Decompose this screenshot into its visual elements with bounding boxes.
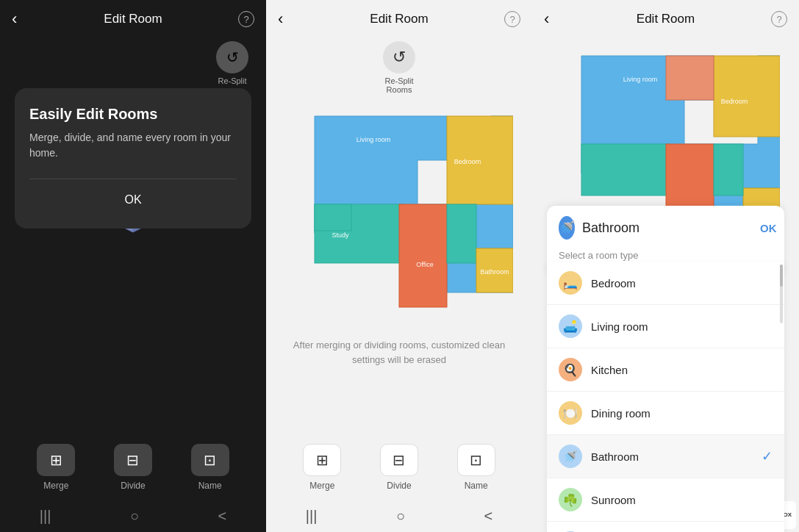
divide-icon-light: ⊟ (380, 444, 418, 476)
nav-bar-dark: ||| ○ < (0, 508, 266, 525)
bathroom-check: ✓ (762, 448, 773, 464)
back-button-dropdown[interactable]: ‹ (544, 10, 549, 29)
name-label: Name (198, 481, 222, 491)
panel-dropdown: ‹ Edit Room ? Living room Bedroom 🚿 (532, 0, 799, 532)
nav-home-dark[interactable]: ○ (130, 508, 139, 525)
bedroom-label: Bedroom (591, 277, 773, 290)
scroll-bar[interactable] (780, 265, 783, 323)
svg-rect-17 (447, 204, 476, 263)
name-tool[interactable]: ⊡ Name (191, 444, 229, 491)
nav-home-light[interactable]: ○ (396, 508, 405, 525)
bottom-toolbar-light: ⊞ Merge ⊟ Divide ⊡ Name (266, 444, 532, 491)
svg-rect-27 (714, 56, 780, 137)
resplit-icon-light: ↺ (383, 41, 415, 73)
edit-rooms-modal: Easily Edit Rooms Merge, divide, and nam… (15, 88, 251, 229)
help-button-dark[interactable]: ? (238, 11, 254, 27)
back-button-light[interactable]: ‹ (278, 10, 283, 29)
name-icon-light: ⊡ (457, 444, 495, 476)
panel-light: ‹ Edit Room ? ↺ Re-SplitRooms Living roo… (266, 0, 532, 532)
divide-label: Divide (121, 481, 145, 491)
room-type-item-bedroom[interactable]: 🛏️ Bedroom (547, 262, 784, 305)
svg-rect-29 (714, 144, 743, 195)
modal-description: Merge, divide, and name every room in yo… (29, 130, 237, 161)
bathroom-icon: 🚿 (559, 445, 582, 468)
kitchen-label: Kitchen (591, 364, 773, 376)
merge-label-light: Merge (309, 481, 334, 491)
divide-label-light: Divide (387, 481, 411, 491)
room-name-input[interactable] (582, 220, 753, 236)
svg-rect-15 (399, 204, 447, 307)
merge-icon-light: ⊞ (303, 444, 341, 476)
svg-rect-14 (315, 204, 351, 231)
living-label: Living room (591, 320, 773, 333)
svg-text:Bedroom: Bedroom (720, 98, 748, 105)
info-text: After merging or dividing rooms, customi… (266, 338, 532, 367)
sunroom-icon: ☘️ (559, 488, 582, 511)
merge-label: Merge (43, 481, 68, 491)
panel-dark: ‹ Edit Room ? ↺ Re-Split (0, 0, 266, 532)
bottom-toolbar-dark: ⊞ Merge ⊟ Divide ⊡ Name (0, 444, 266, 491)
sunroom-label: Sunroom (591, 494, 773, 506)
living-icon: 🛋️ (559, 314, 582, 338)
nav-back-dark[interactable]: < (218, 508, 227, 525)
room-type-label: Select a room type (559, 250, 773, 261)
resplit-label-light: Re-SplitRooms (384, 76, 413, 94)
header-title-light: Edit Room (370, 12, 428, 26)
dining-icon: 🍽️ (559, 401, 582, 425)
divide-tool[interactable]: ⊟ Divide (114, 444, 152, 491)
room-type-item-master[interactable]: 🛏️ Master bedroom (547, 522, 784, 532)
bedroom-icon: 🛏️ (559, 271, 582, 295)
bathroom-label: Bathroom (591, 450, 753, 463)
svg-text:Bathroom: Bathroom (480, 268, 509, 276)
resplit-icon-dark: ↺ (216, 41, 248, 73)
svg-rect-30 (666, 56, 714, 100)
header-dropdown: ‹ Edit Room ? (532, 0, 799, 38)
header-title-dropdown: Edit Room (637, 12, 695, 26)
room-type-item-dining[interactable]: 🍽️ Dining room (547, 392, 784, 435)
merge-tool[interactable]: ⊞ Merge (37, 444, 75, 491)
divide-icon: ⊟ (114, 444, 152, 476)
modal-title: Easily Edit Rooms (29, 106, 237, 123)
header-light: ‹ Edit Room ? (266, 0, 532, 38)
room-type-item-living[interactable]: 🛋️ Living room (547, 305, 784, 348)
nav-back-light[interactable]: < (484, 508, 493, 525)
header-dark: ‹ Edit Room ? (0, 0, 266, 38)
svg-text:Living room: Living room (356, 136, 391, 143)
resplit-button-light[interactable]: ↺ Re-SplitRooms (383, 41, 415, 94)
resplit-button-dark[interactable]: ↺ Re-Split (216, 41, 248, 85)
floor-plan-dropdown[interactable]: Living room Bedroom (552, 48, 780, 225)
name-icon: ⊡ (191, 444, 229, 476)
svg-text:Bedroom: Bedroom (454, 158, 481, 165)
modal-ok-button[interactable]: OK (29, 179, 237, 211)
svg-text:Living room: Living room (623, 76, 657, 83)
back-button-dark[interactable]: ‹ (12, 10, 17, 29)
selected-room-icon: 🚿 (559, 216, 575, 240)
nav-menu-light[interactable]: ||| (306, 508, 318, 525)
svg-text:Study: Study (332, 231, 349, 239)
help-button-dropdown[interactable]: ? (771, 11, 787, 27)
nav-menu-dark[interactable]: ||| (40, 508, 51, 525)
nav-bar-light: ||| ○ < (266, 508, 532, 525)
floor-plan-light[interactable]: Living room Bedroom Study Office Bathroo… (285, 101, 513, 329)
svg-rect-25 (581, 144, 670, 195)
svg-text:Office: Office (416, 261, 433, 268)
room-type-item-bathroom[interactable]: 🚿 Bathroom ✓ (547, 435, 784, 478)
room-type-list: 🛏️ Bedroom 🛋️ Living room 🍳 Kitchen 🍽️ D… (547, 262, 784, 532)
room-name-row: 🚿 OK (559, 216, 773, 240)
divide-tool-light[interactable]: ⊟ Divide (380, 444, 418, 491)
scroll-thumb (780, 265, 783, 287)
kitchen-icon: 🍳 (559, 358, 582, 381)
room-type-item-kitchen[interactable]: 🍳 Kitchen (547, 348, 784, 392)
room-ok-button[interactable]: OK (760, 222, 777, 234)
name-label-light: Name (465, 481, 488, 491)
resplit-label-dark: Re-Split (218, 76, 246, 85)
room-type-item-sunroom[interactable]: ☘️ Sunroom (547, 478, 784, 522)
help-button-light[interactable]: ? (504, 11, 520, 27)
merge-tool-light[interactable]: ⊞ Merge (303, 444, 341, 491)
dining-label: Dining room (591, 407, 773, 420)
name-tool-light[interactable]: ⊡ Name (457, 444, 495, 491)
header-title-dark: Edit Room (104, 12, 162, 26)
merge-icon: ⊞ (37, 444, 75, 476)
